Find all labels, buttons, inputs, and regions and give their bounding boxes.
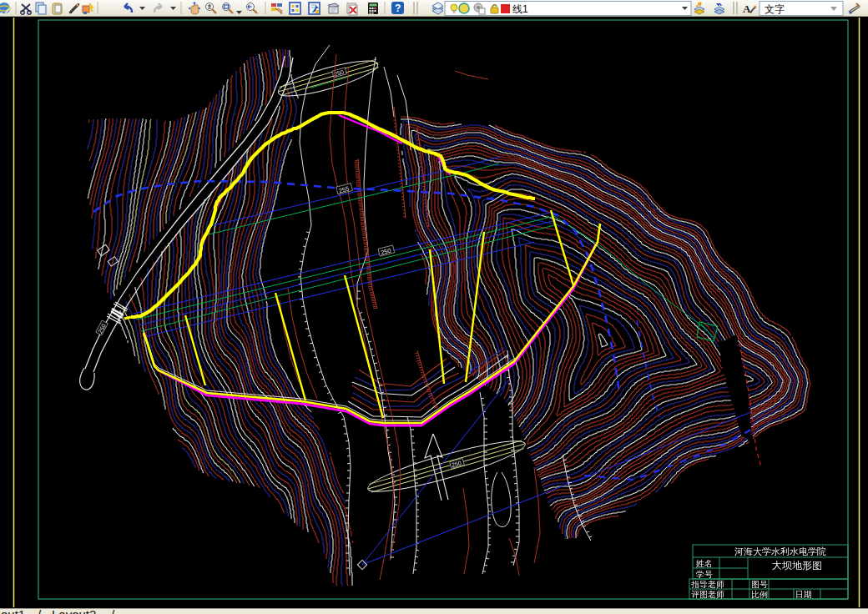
svg-text:姓名: 姓名 [695,559,713,568]
svg-text:指导老师: 指导老师 [691,580,724,589]
svg-text:A: A [743,3,751,15]
svg-text:图号: 图号 [751,580,768,589]
svg-text:评图老师: 评图老师 [691,590,724,599]
svg-text:大坝地形图: 大坝地形图 [772,560,822,571]
svg-text:?: ? [395,3,401,14]
svg-text:线1: 线1 [512,3,528,15]
svg-text:文字: 文字 [765,3,785,15]
svg-text:日期: 日期 [795,590,812,599]
svg-text:河海大学水利水电学院: 河海大学水利水电学院 [734,546,826,556]
svg-text:学号: 学号 [696,570,713,579]
svg-text:比例: 比例 [751,590,768,599]
